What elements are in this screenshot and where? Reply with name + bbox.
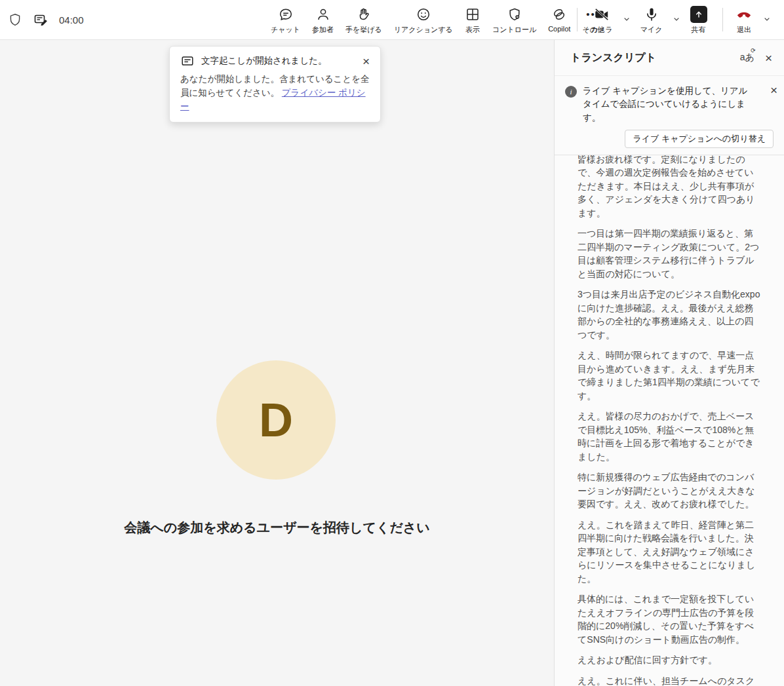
transcript-paragraph: 具体的には、これまで一定額を投下していたええオフラインの専門士広告の予算を段階的…: [578, 592, 762, 646]
camera-button[interactable]: カメラ: [585, 6, 619, 35]
transcript-paragraph: ええおよび配信に回す方針です。: [578, 653, 762, 667]
close-icon: ×: [770, 83, 777, 97]
control-label: コントロール: [492, 25, 536, 35]
participants-button[interactable]: 参加者: [306, 6, 340, 35]
camera-off-icon: [593, 6, 610, 23]
transcription-started-toast: 文字起こしが開始されました。 × あなたが開始しました。含まれていることを全員に…: [169, 46, 381, 123]
transcript-paragraph: ええ。これに伴い、担当チームへのタスクが2点発生します。: [578, 674, 762, 686]
toolbar-divider: [722, 8, 723, 31]
transcript-paragraph: 皆様お疲れ様です。定刻になりましたので、今週の週次定例報告会を始めさせていただき…: [578, 155, 762, 220]
toast-title: 文字起こしが開始されました。: [201, 55, 355, 67]
view-button[interactable]: 表示: [459, 6, 486, 35]
transcript-paragraph: ええ。これを踏まえて昨日、経営陣と第二四半期に向けた戦略会議を行いました。決定事…: [578, 518, 762, 586]
raise-hand-button[interactable]: 手を挙げる: [340, 6, 388, 35]
chevron-down-icon: [621, 14, 632, 24]
transcript-content[interactable]: 皆様お疲れ様です。定刻になりましたので、今週の週次定例報告会を始めさせていただき…: [555, 155, 784, 686]
banner-close-button[interactable]: ×: [769, 84, 779, 96]
copilot-button[interactable]: Copilot: [542, 6, 576, 33]
share-label: 共有: [692, 25, 706, 35]
chevron-down-icon: [671, 14, 682, 24]
transcript-panel-header: トランスクリプト aあ⟳ ×: [555, 40, 784, 76]
chat-icon: [278, 6, 294, 23]
transcript-paragraph: 3つ目は来月出店予定のビジネス自動化expoに向けた進捗確認。ええ。最後がええ総…: [578, 288, 762, 341]
mic-options-chevron[interactable]: [669, 14, 684, 24]
transcript-paragraph: ええ。皆様の尽力のおかげで、売上ベースで目標比え105%、利益ベースで108%と…: [578, 410, 762, 463]
share-button[interactable]: 共有: [684, 6, 713, 35]
live-captions-banner: i ライブ キャプションを使用して、リアルタイムで会話についていけるようにします…: [555, 76, 784, 155]
toolbar-divider: [577, 8, 578, 31]
participants-label: 参加者: [312, 25, 334, 35]
info-icon: i: [565, 86, 577, 98]
react-button[interactable]: リアクションする: [388, 6, 459, 35]
transcript-paragraph: 特に新規獲得のウェブ広告経由でのコンバージョンが好調だということがええ大きな要因…: [578, 470, 762, 511]
hang-up-phone-icon: [735, 6, 753, 23]
view-grid-icon: [465, 6, 480, 23]
chat-label: チャット: [271, 25, 300, 35]
translate-button[interactable]: aあ⟳: [740, 52, 755, 64]
transcript-panel-title: トランスクリプト: [570, 51, 740, 65]
toolbar-leave-group: 退出: [729, 6, 775, 35]
transcript-icon: [180, 54, 195, 68]
mic-button[interactable]: マイク: [635, 6, 669, 35]
shield-icon: [8, 12, 22, 27]
transcript-panel-close-button[interactable]: ×: [764, 52, 774, 64]
mic-label: マイク: [640, 25, 663, 35]
react-label: リアクションする: [394, 25, 453, 35]
participants-icon: [315, 6, 331, 23]
transcription-active-icon: [33, 12, 49, 28]
reaction-smiley-icon: [416, 6, 431, 23]
leave-button[interactable]: 退出: [729, 6, 759, 35]
chevron-down-icon: [762, 14, 772, 24]
copilot-icon: [551, 6, 567, 23]
view-label: 表示: [465, 25, 480, 35]
camera-options-chevron[interactable]: [619, 14, 635, 24]
toolbar-center-group: チャット 参加者 手を挙げる: [265, 6, 610, 35]
copilot-label: Copilot: [548, 25, 570, 33]
raise-hand-label: 手を挙げる: [345, 25, 382, 35]
close-icon: ×: [363, 54, 370, 68]
leave-options-chevron[interactable]: [759, 14, 775, 24]
toast-close-button[interactable]: ×: [361, 55, 371, 67]
leave-label: 退出: [737, 25, 751, 35]
chat-button[interactable]: チャット: [265, 6, 306, 35]
transcript-paragraph: ええ、時間が限られてますので、早速一点目から進めていきます。ええ、まず先月末で締…: [578, 349, 762, 402]
camera-label: カメラ: [591, 25, 613, 35]
raise-hand-icon: [356, 6, 372, 23]
transcript-paragraph: 一つ目は第一四半期の業績振り返ると、第二四半期のマーティング政策について。2つ目…: [578, 227, 762, 280]
microphone-icon: [643, 6, 660, 23]
transcript-panel: トランスクリプト aあ⟳ × i ライブ キャプションを使用して、リアルタイムで…: [554, 40, 784, 686]
invite-message: 会議への参加を求めるユーザーを招待してください: [0, 519, 554, 537]
live-captions-banner-text: ライブ キャプションを使用して、リアルタイムで会話についていけるようにします。: [583, 85, 755, 124]
meeting-toolbar: 04:00 チャット 参加者: [0, 0, 784, 40]
control-shield-gear-icon: [507, 6, 522, 23]
toolbar-left-group: 04:00: [8, 0, 84, 39]
avatar: D: [216, 360, 336, 480]
meeting-timer: 04:00: [59, 14, 84, 26]
close-icon: ×: [765, 51, 772, 65]
translation-arrow-icon: ⟳: [751, 47, 756, 54]
control-button[interactable]: コントロール: [486, 6, 542, 35]
toolbar-device-group: カメラ マイク: [585, 6, 713, 35]
switch-to-live-captions-button[interactable]: ライブ キャプションへの切り替え: [625, 130, 774, 148]
meeting-stage: D 会議への参加を求めるユーザーを招待してください: [0, 40, 554, 686]
share-screen-icon: [690, 6, 707, 23]
